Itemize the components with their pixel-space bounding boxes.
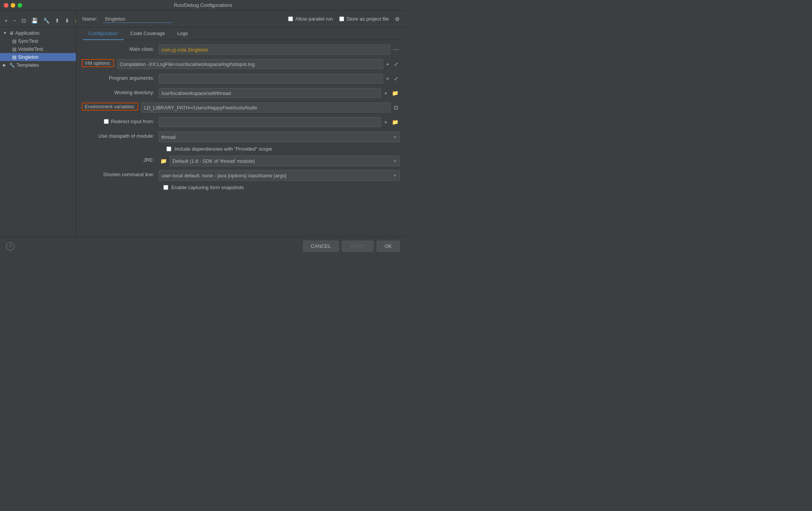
program-args-add-button[interactable]: +	[385, 75, 391, 82]
bottom-right: CANCEL APPLY OK	[303, 241, 400, 252]
tab-configuration[interactable]: Configuration	[82, 27, 124, 40]
enable-capturing-row: Enable capturing form snapshots	[82, 185, 400, 190]
redirect-spacer: Redirect input from:	[82, 117, 159, 124]
working-dir-add-button[interactable]: +	[383, 89, 389, 97]
store-as-project-group: Store as project file	[339, 16, 389, 22]
config-icon-3: ▤	[12, 55, 16, 60]
shorten-cmd-select-wrapper: user-local default: none - java [options…	[159, 170, 400, 181]
volatiletest-label: VolatileTest	[18, 46, 43, 52]
name-input[interactable]	[103, 15, 172, 23]
application-icon: 🖥	[9, 31, 14, 36]
vm-options-field: + ⤢	[117, 59, 400, 69]
store-as-project-label: Store as project file	[346, 16, 389, 22]
redirect-folder-button[interactable]: 📁	[390, 118, 400, 126]
working-dir-label: Working directory:	[82, 88, 159, 95]
bottom-bar: ? CANCEL APPLY OK	[0, 236, 406, 256]
maximize-button[interactable]	[18, 3, 22, 8]
cancel-button[interactable]: CANCEL	[303, 241, 339, 252]
tabs-bar: Configuration Code Coverage Logs	[76, 27, 406, 40]
env-vars-input[interactable]	[141, 103, 391, 112]
minimize-button[interactable]	[11, 3, 15, 8]
window-title: Run/Debug Configurations	[174, 2, 232, 8]
jre-label: JRE:	[82, 156, 159, 163]
sidebar-item-application[interactable]: ▼ 🖥 Application	[0, 29, 76, 37]
working-dir-input[interactable]	[159, 88, 381, 98]
env-vars-field: ⊡	[141, 103, 400, 112]
config-icon-2: ▤	[12, 47, 16, 52]
allow-parallel-checkbox[interactable]	[288, 16, 293, 21]
tab-logs[interactable]: Logs	[171, 27, 194, 40]
copy-button[interactable]: ⊡	[20, 17, 27, 24]
add-button[interactable]: +	[3, 17, 9, 24]
sidebar-toolbar: + − ⊡ 💾 🔧 ⬆ ⬇ 📁 ↕	[0, 14, 76, 27]
window-controls	[4, 3, 22, 8]
vm-options-input[interactable]	[117, 59, 383, 69]
include-deps-row: Include dependencies with "Provided" sco…	[82, 146, 400, 152]
name-label: Name:	[82, 16, 97, 22]
templates-label: Templates	[16, 62, 39, 68]
application-label: Application	[15, 30, 40, 36]
sidebar-tree: ▼ 🖥 Application ▤ SyncTest ▤ VolatileTes…	[0, 27, 76, 71]
shorten-cmd-label: Shorten command line:	[82, 170, 159, 177]
allow-parallel-group: Allow parallel run	[288, 16, 333, 22]
tab-code-coverage[interactable]: Code Coverage	[124, 27, 171, 40]
jre-select-wrapper: Default (1.8 - SDK of 'thread' module)	[170, 156, 400, 166]
redirect-input[interactable]	[159, 117, 381, 127]
wrench-button[interactable]: 🔧	[42, 17, 51, 24]
shorten-cmd-row: Shorten command line: user-local default…	[82, 170, 400, 181]
main-class-more-button[interactable]: ⋯	[392, 46, 400, 53]
sidebar-item-templates[interactable]: ▶ 🔧 Templates	[0, 61, 76, 69]
program-args-label: Program arguments:	[82, 74, 159, 81]
include-deps-checkbox[interactable]	[166, 146, 171, 151]
main-class-field: ⋯	[159, 45, 400, 55]
store-as-project-checkbox[interactable]	[339, 16, 344, 21]
classpath-row: Use classpath of module: thread	[82, 132, 400, 142]
shorten-cmd-field: user-local default: none - java [options…	[159, 170, 400, 181]
jre-select[interactable]: Default (1.8 - SDK of 'thread' module)	[170, 156, 400, 166]
jre-row: JRE: 📁 Default (1.8 - SDK of 'thread' mo…	[82, 156, 400, 166]
vm-options-row: VM options: + ⤢	[82, 59, 400, 70]
sidebar: + − ⊡ 💾 🔧 ⬆ ⬇ 📁 ↕ ▼ 🖥 Application ▤ Sync…	[0, 11, 76, 236]
jre-field: 📁 Default (1.8 - SDK of 'thread' module)	[159, 156, 400, 166]
sidebar-item-volatiletest[interactable]: ▤ VolatileTest	[0, 45, 76, 53]
close-button[interactable]	[4, 3, 8, 8]
enable-capturing-label: Enable capturing form snapshots	[171, 185, 244, 190]
working-dir-folder-button[interactable]: 📁	[390, 89, 400, 97]
main-class-input[interactable]	[159, 45, 390, 55]
redirect-checkbox[interactable]	[104, 119, 109, 124]
header-right: Allow parallel run Store as project file…	[288, 16, 400, 22]
move-down-button[interactable]: ⬇	[63, 17, 71, 24]
program-args-input[interactable]	[159, 74, 383, 84]
gear-button[interactable]: ⚙	[395, 16, 400, 22]
main-container: + − ⊡ 💾 🔧 ⬆ ⬇ 📁 ↕ ▼ 🖥 Application ▤ Sync…	[0, 11, 406, 236]
env-vars-copy-button[interactable]: ⊡	[392, 104, 400, 111]
config-body: Main class: ⋯ VM options: + ⤢ Program ar…	[76, 40, 406, 236]
jre-folder-button[interactable]: 📁	[159, 157, 168, 165]
enable-capturing-checkbox[interactable]	[163, 185, 168, 190]
folder-button[interactable]: 📁	[73, 17, 76, 24]
classpath-select[interactable]: thread	[159, 132, 400, 142]
program-args-field: + ⤢	[159, 74, 400, 84]
main-class-row: Main class: ⋯	[82, 45, 400, 55]
shorten-cmd-select[interactable]: user-local default: none - java [options…	[159, 170, 400, 181]
synctest-label: SyncTest	[18, 38, 38, 44]
sidebar-item-synctest[interactable]: ▤ SyncTest	[0, 37, 76, 45]
apply-button[interactable]: APPLY	[342, 241, 374, 252]
content-header: Name: Allow parallel run Store as projec…	[76, 11, 406, 27]
templates-icon: 🔧	[9, 63, 15, 68]
expand-arrow: ▼	[3, 31, 9, 35]
help-button[interactable]: ?	[6, 242, 14, 251]
vm-options-expand-button[interactable]: ⤢	[392, 60, 400, 68]
working-dir-row: Working directory: + 📁	[82, 88, 400, 99]
program-args-expand-button[interactable]: ⤢	[392, 75, 400, 82]
bottom-left: ?	[6, 242, 14, 251]
redirect-add-button[interactable]: +	[383, 118, 389, 126]
vm-options-add-button[interactable]: +	[385, 60, 391, 68]
sidebar-item-singleton[interactable]: ▤ Singleton	[0, 53, 76, 61]
singleton-label: Singleton	[18, 54, 39, 60]
remove-button[interactable]: −	[11, 17, 18, 24]
include-deps-label: Include dependencies with "Provided" sco…	[174, 146, 272, 152]
move-up-button[interactable]: ⬆	[53, 17, 61, 24]
save-button[interactable]: 💾	[30, 17, 39, 24]
ok-button[interactable]: OK	[377, 241, 400, 252]
